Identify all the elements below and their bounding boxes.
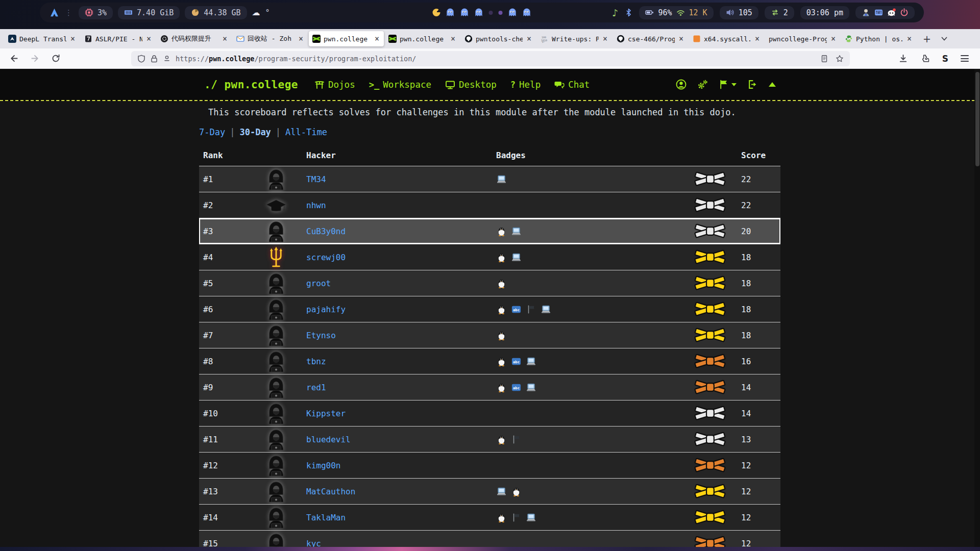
power-icon[interactable] bbox=[900, 8, 909, 17]
tab-label: pwntools-che bbox=[476, 35, 523, 43]
arch-linux-icon[interactable] bbox=[50, 8, 59, 17]
period-30day[interactable]: 30-Day bbox=[239, 127, 271, 137]
orange-belt-icon bbox=[693, 533, 727, 547]
permissions-icon[interactable] bbox=[163, 55, 171, 63]
browser-tab[interactable]: pwncollege-Prog × bbox=[765, 31, 840, 46]
tab-close-icon[interactable]: × bbox=[222, 34, 228, 43]
keyboard-icon[interactable] bbox=[874, 8, 883, 17]
nav-item-desktop[interactable]: Desktop bbox=[445, 80, 497, 90]
url-text[interactable]: https://pwn.college/program-security/pro… bbox=[176, 55, 416, 63]
hacker-link[interactable]: kyc bbox=[306, 539, 321, 547]
hacker-link[interactable]: red1 bbox=[306, 383, 326, 392]
hacker-link[interactable]: MatCauthon bbox=[306, 487, 355, 496]
downloads-icon[interactable] bbox=[898, 54, 908, 63]
hacker-link[interactable]: pajahify bbox=[306, 305, 346, 314]
ghost-icon bbox=[460, 8, 469, 17]
volume-widget[interactable]: 105 bbox=[720, 6, 758, 19]
browser-tab[interactable]: 回收站 - Zoh × bbox=[233, 31, 308, 46]
system-bar: ⋮ 3% 7.40 GiB 44.38 GB ☁ ° ♪ 96% bbox=[40, 3, 924, 22]
user-icon[interactable] bbox=[676, 79, 687, 90]
tab-close-icon[interactable]: × bbox=[678, 34, 684, 43]
hacker-link[interactable]: Etynso bbox=[306, 331, 336, 340]
avatar-cell bbox=[246, 298, 306, 320]
settings-gears-icon[interactable] bbox=[697, 79, 708, 90]
tab-close-icon[interactable]: × bbox=[602, 34, 608, 43]
discord-icon[interactable] bbox=[887, 8, 896, 17]
tab-close-icon[interactable]: × bbox=[69, 34, 76, 43]
period-alltime[interactable]: All-Time bbox=[285, 127, 327, 137]
tab-close-icon[interactable]: × bbox=[830, 34, 837, 43]
hacker-link[interactable]: TM34 bbox=[306, 174, 326, 184]
menu-dots-icon[interactable]: ⋮ bbox=[65, 8, 72, 17]
browser-tab[interactable]: cse-466/Prog × bbox=[613, 31, 688, 46]
hacker-link[interactable]: TaklaMan bbox=[306, 513, 346, 522]
music-icon[interactable]: ♪ bbox=[612, 7, 618, 18]
hacker-link[interactable]: groot bbox=[306, 279, 331, 288]
nav-item-chat[interactable]: Chat bbox=[554, 80, 590, 90]
hacker-link[interactable]: tbnz bbox=[306, 357, 326, 366]
browser-tab[interactable]: Write-ups: P × bbox=[537, 31, 612, 46]
disk-widget[interactable]: 44.38 GB bbox=[185, 6, 247, 19]
bookmark-star-icon[interactable] bbox=[836, 55, 844, 63]
reload-button[interactable] bbox=[51, 54, 61, 63]
browser-tab[interactable]: Python | os. × bbox=[841, 31, 916, 46]
nav-label: Desktop bbox=[459, 80, 497, 90]
scrollbar-thumb[interactable] bbox=[975, 72, 979, 166]
sign-out-icon[interactable] bbox=[747, 79, 758, 90]
browser-tab[interactable]: pwn.college × bbox=[309, 31, 384, 46]
ghost-icon bbox=[508, 8, 517, 17]
hacker-link[interactable]: screwj00 bbox=[306, 253, 346, 262]
tab-close-icon[interactable]: × bbox=[374, 34, 380, 43]
tab-label: pwn.college bbox=[400, 35, 447, 43]
new-tab-button[interactable]: + bbox=[917, 33, 937, 44]
browser-tab[interactable]: ASLR/PIE - N × bbox=[81, 31, 156, 46]
hacker-link[interactable]: Kippster bbox=[306, 409, 346, 418]
tab-close-icon[interactable]: × bbox=[754, 34, 761, 43]
bluetooth-icon[interactable] bbox=[624, 8, 633, 17]
hacker-cell: TaklaMan bbox=[306, 513, 496, 522]
tracking-shield-icon[interactable] bbox=[137, 55, 145, 63]
browser-tab[interactable]: x64.syscall. × bbox=[689, 31, 764, 46]
reader-mode-icon[interactable] bbox=[820, 55, 828, 63]
nav-item-workspace[interactable]: >_ Workspace bbox=[369, 80, 431, 90]
workspace-indicator[interactable] bbox=[433, 3, 531, 22]
extensions-puzzle-icon[interactable] bbox=[920, 54, 930, 63]
back-button[interactable] bbox=[9, 54, 19, 63]
browser-tab[interactable]: pwntools-che × bbox=[461, 31, 536, 46]
hacker-link[interactable]: kimg00n bbox=[306, 461, 340, 470]
tab-close-icon[interactable]: × bbox=[526, 34, 532, 43]
flag-dropdown[interactable] bbox=[719, 79, 737, 90]
page-scrollbar[interactable] bbox=[974, 69, 980, 547]
hacker-link[interactable]: CuB3y0nd bbox=[306, 227, 346, 236]
rank-cell: #8 bbox=[199, 357, 246, 366]
lock-icon[interactable] bbox=[150, 55, 158, 63]
browser-tab[interactable]: 代码权限提升 × bbox=[157, 31, 232, 46]
nav-item-help[interactable]: ? Help bbox=[510, 80, 541, 90]
user-tray-icon[interactable] bbox=[862, 8, 870, 17]
hacker-link[interactable]: nhwn bbox=[306, 201, 326, 210]
tab-close-icon[interactable]: × bbox=[450, 34, 456, 43]
updates-widget[interactable]: 2 bbox=[765, 6, 794, 19]
singlefile-extension-icon[interactable]: S bbox=[942, 54, 948, 64]
tab-close-icon[interactable]: × bbox=[906, 34, 913, 43]
forward-button[interactable] bbox=[30, 54, 40, 63]
url-bar[interactable]: https://pwn.college/program-security/pro… bbox=[131, 51, 850, 66]
rank-cell: #7 bbox=[199, 331, 246, 340]
site-brand[interactable]: ./ pwn.college bbox=[204, 79, 298, 91]
period-7day[interactable]: 7-Day bbox=[199, 127, 225, 137]
menu-hamburger-icon[interactable] bbox=[961, 55, 969, 62]
weather-cloud-icon[interactable]: ☁ bbox=[252, 8, 260, 17]
orange-belt-icon bbox=[693, 455, 727, 475]
collapse-header-icon[interactable] bbox=[769, 82, 776, 87]
list-tabs-chevron-icon[interactable] bbox=[940, 35, 948, 43]
hacker-link[interactable]: bluedevil bbox=[306, 435, 351, 444]
cpu-widget[interactable]: 3% bbox=[79, 6, 113, 19]
nav-item-dojos[interactable]: Dojos bbox=[314, 80, 355, 90]
memory-widget[interactable]: 7.40 GiB bbox=[118, 6, 180, 19]
battery-network-widget[interactable]: 96% 12 K bbox=[639, 6, 713, 19]
clock-widget[interactable]: 03:06 pm bbox=[800, 6, 849, 19]
browser-tab[interactable]: pwn.college × bbox=[385, 31, 460, 46]
browser-tab[interactable]: DeepL Transl × bbox=[5, 31, 80, 46]
tab-close-icon[interactable]: × bbox=[298, 34, 304, 43]
tab-close-icon[interactable]: × bbox=[145, 34, 152, 43]
